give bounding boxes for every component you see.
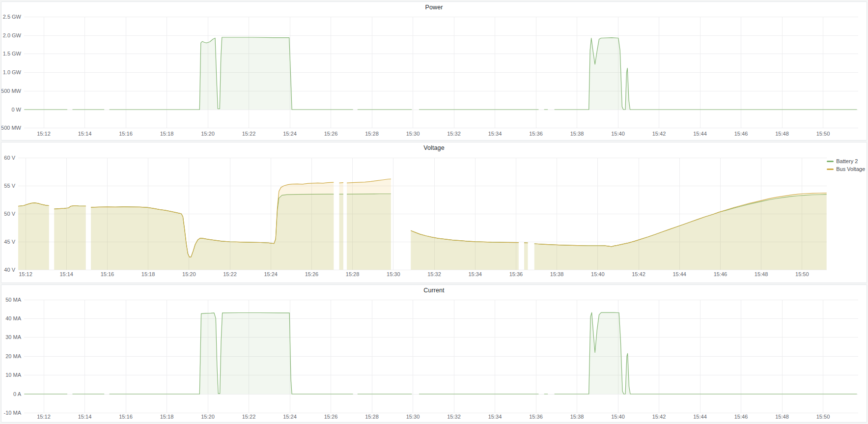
x-tick-label: 15:44 — [693, 414, 707, 420]
power-panel: Power 2.5 GW2.0 GW1.5 GW1.0 GW500 MW0 W-… — [1, 1, 867, 141]
x-tick-label: 15:22 — [242, 414, 256, 420]
x-tick-label: 15:40 — [611, 131, 625, 137]
y-tick-label: 1.5 GW — [3, 51, 22, 57]
x-tick-label: 15:18 — [160, 131, 174, 137]
x-tick-label: 15:18 — [160, 414, 174, 420]
voltage-chart-plot[interactable]: 60 V55 V50 V45 V40 V15:1215:1415:1615:18… — [1, 142, 868, 283]
x-tick-label: 15:50 — [816, 414, 830, 420]
y-tick-label: 55 V — [4, 183, 15, 189]
y-tick-label: 500 MW — [1, 88, 22, 94]
x-tick-label: 15:16 — [119, 414, 133, 420]
x-tick-label: 15:42 — [632, 271, 645, 277]
voltage-legend: Battery 2 Bus Voltage — [827, 158, 865, 173]
x-tick-label: 15:30 — [406, 131, 420, 137]
x-tick-label: 15:16 — [119, 131, 133, 137]
y-tick-label: 50 MA — [5, 297, 21, 303]
y-tick-label: -500 MW — [1, 125, 22, 131]
x-tick-label: 15:14 — [59, 271, 73, 277]
bus-voltage-series-color-icon — [827, 169, 834, 170]
current-series-line — [24, 312, 857, 394]
y-tick-label: 60 V — [4, 155, 15, 161]
y-tick-label: 2.0 GW — [3, 32, 22, 38]
power-series-area — [24, 37, 857, 110]
y-tick-label: 50 V — [4, 211, 15, 217]
x-tick-label: 15:20 — [201, 131, 215, 137]
current-chart-plot[interactable]: 50 MA40 MA30 MA20 MA10 MA0 A-10 MA15:121… — [1, 285, 868, 423]
x-tick-label: 15:44 — [693, 131, 707, 137]
x-tick-label: 15:50 — [816, 131, 830, 137]
x-tick-label: 15:38 — [550, 271, 564, 277]
x-tick-label: 15:32 — [427, 271, 441, 277]
x-tick-label: 15:40 — [591, 271, 605, 277]
y-tick-label: 40 V — [4, 267, 15, 273]
y-tick-label: 20 MA — [5, 353, 21, 359]
x-tick-label: 15:32 — [447, 131, 461, 137]
grafana-dashboard: { "colors": { "page_background": "#f4f5f… — [0, 0, 868, 424]
legend-label-battery-2: Battery 2 — [836, 158, 858, 165]
x-tick-label: 15:36 — [529, 414, 543, 420]
x-tick-label: 15:48 — [775, 414, 789, 420]
x-tick-label: 15:38 — [570, 131, 584, 137]
y-tick-label: 2.5 GW — [3, 14, 22, 20]
power-chart-plot[interactable]: 2.5 GW2.0 GW1.5 GW1.0 GW500 MW0 W-500 MW… — [1, 2, 868, 141]
x-tick-label: 15:22 — [223, 271, 237, 277]
x-tick-label: 15:46 — [734, 414, 748, 420]
x-tick-label: 15:26 — [324, 414, 338, 420]
x-tick-label: 15:22 — [242, 131, 256, 137]
x-tick-label: 15:44 — [672, 271, 686, 277]
x-tick-label: 15:16 — [101, 271, 114, 277]
x-tick-label: 15:12 — [37, 131, 51, 137]
y-tick-label: 40 MA — [5, 315, 21, 321]
x-tick-label: 15:30 — [387, 271, 400, 277]
y-tick-label: -10 MA — [4, 410, 22, 416]
x-tick-label: 15:24 — [283, 414, 297, 420]
x-tick-label: 15:46 — [714, 271, 728, 277]
x-tick-label: 15:30 — [406, 414, 420, 420]
y-tick-label: 0 W — [11, 107, 21, 113]
x-tick-label: 15:20 — [182, 271, 196, 277]
x-tick-label: 15:28 — [365, 131, 379, 137]
x-tick-label: 15:36 — [529, 131, 543, 137]
x-tick-label: 15:24 — [283, 131, 297, 137]
current-series-area — [24, 312, 857, 394]
x-tick-label: 15:24 — [264, 271, 278, 277]
x-tick-label: 15:12 — [37, 414, 51, 420]
x-tick-label: 15:50 — [795, 271, 809, 277]
battery-2-series-color-icon — [827, 161, 834, 162]
x-tick-label: 15:14 — [78, 131, 92, 137]
x-tick-label: 15:14 — [78, 414, 92, 420]
x-tick-label: 15:26 — [305, 271, 319, 277]
x-tick-label: 15:34 — [468, 271, 482, 277]
x-tick-label: 15:34 — [488, 131, 502, 137]
legend-label-bus-voltage: Bus Voltage — [836, 166, 865, 173]
x-tick-label: 15:28 — [346, 271, 360, 277]
y-tick-label: 1.0 GW — [3, 69, 22, 75]
legend-item-bus-voltage[interactable]: Bus Voltage — [827, 166, 865, 173]
x-tick-label: 15:34 — [488, 414, 502, 420]
voltage-panel: Voltage 60 V55 V50 V45 V40 V15:1215:1415… — [1, 142, 867, 283]
x-tick-label: 15:12 — [19, 271, 32, 277]
x-tick-label: 15:40 — [611, 414, 625, 420]
current-panel: Current 50 MA40 MA30 MA20 MA10 MA0 A-10 … — [1, 284, 867, 423]
y-tick-label: 30 MA — [5, 334, 21, 340]
power-series-line — [24, 37, 857, 110]
x-tick-label: 15:42 — [652, 131, 666, 137]
y-tick-label: 10 MA — [5, 372, 21, 378]
x-tick-label: 15:20 — [201, 414, 215, 420]
x-tick-label: 15:42 — [652, 414, 666, 420]
x-tick-label: 15:28 — [365, 414, 379, 420]
x-tick-label: 15:26 — [324, 131, 338, 137]
bus-voltage-area — [18, 179, 827, 270]
x-tick-label: 15:32 — [447, 414, 461, 420]
legend-item-battery-2[interactable]: Battery 2 — [827, 158, 865, 165]
x-tick-label: 15:38 — [570, 414, 584, 420]
x-tick-label: 15:18 — [141, 271, 155, 277]
x-tick-label: 15:48 — [755, 271, 768, 277]
x-tick-label: 15:36 — [509, 271, 523, 277]
x-tick-label: 15:46 — [734, 131, 748, 137]
x-tick-label: 15:48 — [775, 131, 789, 137]
y-tick-label: 0 A — [13, 391, 22, 397]
y-tick-label: 45 V — [4, 239, 15, 245]
